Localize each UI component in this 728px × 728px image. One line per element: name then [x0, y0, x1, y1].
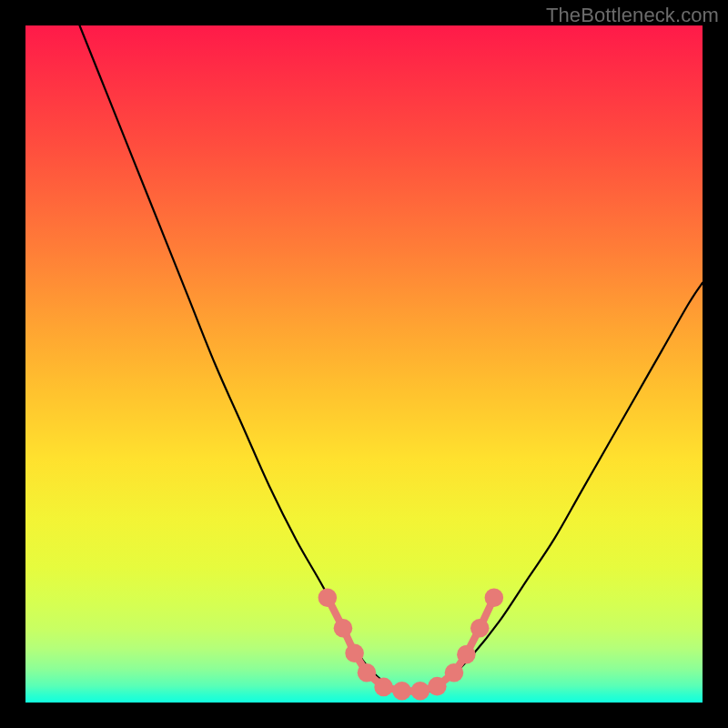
plot-area — [25, 25, 703, 703]
curve-layer — [80, 25, 703, 693]
marker-dot — [318, 588, 338, 607]
watermark-text: TheBottleneck.com — [546, 4, 719, 27]
marker-dot — [470, 619, 490, 638]
marker-dot — [457, 645, 476, 664]
marker-dot — [428, 677, 447, 696]
marker-dot — [485, 588, 504, 607]
marker-dot — [410, 682, 430, 701]
marker-dot — [374, 678, 393, 697]
bottleneck-curve — [80, 25, 703, 693]
marker-dot — [392, 682, 411, 701]
chart-svg — [25, 25, 703, 703]
frame: TheBottleneck.com — [0, 0, 728, 728]
marker-dot — [334, 619, 353, 638]
marker-dot — [358, 663, 377, 682]
marker-dot — [345, 643, 364, 662]
marker-dot — [445, 663, 464, 682]
